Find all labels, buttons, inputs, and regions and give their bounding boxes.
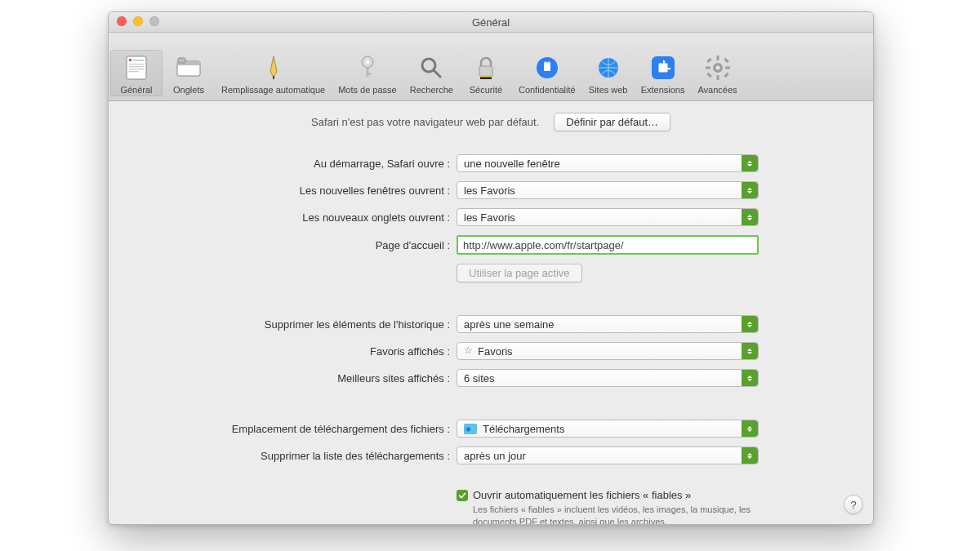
set-default-button[interactable]: Définir par défaut… (554, 113, 670, 131)
popup-new-windows[interactable]: les Favoris (457, 181, 759, 199)
close-icon[interactable] (117, 16, 127, 26)
chevron-updown-icon (742, 370, 758, 386)
tab-label: Sites web (589, 85, 628, 95)
chevron-updown-icon (742, 447, 758, 464)
safe-open-help: Les fichiers « fiables » incluent les vi… (473, 504, 759, 525)
default-browser-row: Safari n'est pas votre navigateur web pa… (123, 113, 858, 131)
label-homepage: Page d'accueil : (123, 239, 450, 251)
popup-top-sites[interactable]: 6 sites (457, 369, 759, 387)
label-top-sites: Meilleurs sites affichés : (123, 372, 450, 384)
svg-point-12 (365, 60, 369, 64)
label-favorites-shown: Favoris affichés : (123, 345, 450, 358)
tab-security[interactable]: Sécurité (460, 50, 512, 96)
popup-download-clear[interactable]: après un jour (457, 447, 759, 464)
svg-rect-28 (725, 67, 730, 69)
popup-remove-history[interactable]: après une semaine (457, 315, 759, 333)
key-icon (353, 53, 382, 82)
homepage-input[interactable] (457, 235, 759, 255)
label-download-location: Emplacement de téléchargement des fichie… (123, 423, 450, 435)
tab-label: Mots de passe (338, 85, 397, 95)
tab-privacy[interactable]: Confidentialité (512, 50, 582, 96)
tab-search[interactable]: Recherche (403, 50, 460, 96)
popup-value: Favoris (478, 345, 513, 358)
svg-rect-13 (366, 67, 368, 77)
zoom-icon (149, 16, 159, 26)
tab-advanced[interactable]: Avancées (691, 50, 743, 96)
general-icon (122, 53, 151, 82)
chevron-updown-icon (742, 420, 758, 437)
prefs-toolbar: Général Onglets Remplissage automatique … (109, 33, 873, 101)
popup-value: 6 sites (464, 372, 495, 384)
label-new-tabs: Les nouveaux onglets ouvrent : (123, 211, 450, 224)
window-title: Général (472, 16, 510, 29)
chevron-updown-icon (742, 155, 758, 171)
popup-value: après un jour (464, 450, 526, 462)
popup-favorites-shown[interactable]: ☆ Favoris (457, 342, 759, 360)
tab-label: Sécurité (470, 85, 502, 95)
minimize-icon[interactable] (133, 16, 143, 26)
tab-tabs[interactable]: Onglets (163, 50, 215, 96)
svg-rect-10 (273, 76, 274, 79)
folder-icon (464, 424, 477, 434)
star-icon: ☆ (464, 344, 473, 356)
popup-new-tabs[interactable]: les Favoris (457, 208, 759, 226)
globe-icon (594, 53, 623, 82)
svg-rect-20 (480, 78, 492, 80)
svg-rect-5 (129, 69, 144, 69)
tab-label: Remplissage automatique (221, 85, 325, 95)
puzzle-icon (648, 53, 678, 82)
chevron-updown-icon (742, 182, 758, 198)
safe-open-label: Ouvrir automatiquement les fichiers « fi… (473, 489, 759, 501)
svg-rect-19 (480, 75, 492, 78)
svg-rect-6 (129, 71, 139, 72)
popup-value: après une semaine (464, 318, 555, 331)
svg-rect-32 (724, 73, 728, 78)
preferences-window: Général Général Onglets Remplissage auto… (108, 11, 874, 525)
popup-value: une nouvelle fenêtre (464, 158, 560, 170)
svg-rect-14 (368, 73, 372, 75)
tab-extensions[interactable]: Extensions (635, 50, 692, 96)
content-pane: Safari n'est pas votre navigateur web pa… (109, 101, 873, 525)
tab-label: Recherche (410, 85, 453, 95)
tab-general[interactable]: Général (110, 50, 163, 96)
svg-point-33 (715, 66, 719, 70)
label-on-launch: Au démarrage, Safari ouvre : (123, 158, 450, 170)
tab-label: Extensions (641, 85, 685, 95)
magnify-icon (416, 53, 446, 82)
tabs-icon (174, 53, 203, 82)
tab-autofill[interactable]: Remplissage automatique (215, 50, 332, 96)
use-current-page-button: Utiliser la page active (457, 264, 582, 282)
svg-rect-2 (133, 60, 144, 61)
pen-icon (259, 53, 288, 82)
titlebar: Général (109, 12, 873, 33)
chevron-updown-icon (742, 343, 758, 359)
tab-passwords[interactable]: Mots de passe (332, 50, 403, 96)
gear-icon (703, 53, 733, 82)
popup-value: les Favoris (464, 184, 515, 197)
svg-rect-25 (716, 56, 719, 60)
label-new-windows: Les nouvelles fenêtres ouvrent : (123, 184, 450, 197)
help-button[interactable]: ? (844, 495, 863, 514)
popup-value: les Favoris (464, 211, 515, 224)
svg-line-16 (434, 70, 440, 77)
label-remove-history: Supprimer les éléments de l'historique : (123, 318, 450, 331)
label-download-clear: Supprimer la liste des téléchargements : (123, 450, 450, 462)
svg-rect-1 (129, 59, 131, 61)
popup-on-launch[interactable]: une nouvelle fenêtre (457, 154, 759, 172)
popup-download-location[interactable]: Téléchargements (457, 420, 759, 438)
chevron-updown-icon (742, 316, 758, 332)
chevron-updown-icon (742, 209, 758, 225)
svg-rect-29 (706, 58, 711, 63)
safe-open-checkbox[interactable] (457, 490, 468, 501)
tab-label: Avancées (697, 85, 737, 95)
svg-rect-27 (706, 67, 710, 69)
popup-value: Téléchargements (483, 423, 564, 435)
svg-rect-31 (706, 73, 711, 78)
svg-rect-30 (724, 58, 728, 63)
svg-rect-9 (178, 58, 185, 63)
tab-label: Confidentialité (519, 85, 576, 95)
default-browser-text: Safari n'est pas votre navigateur web pa… (311, 116, 539, 128)
tab-websites[interactable]: Sites web (582, 50, 635, 96)
tab-label: Onglets (173, 85, 204, 95)
lock-icon (471, 53, 501, 82)
